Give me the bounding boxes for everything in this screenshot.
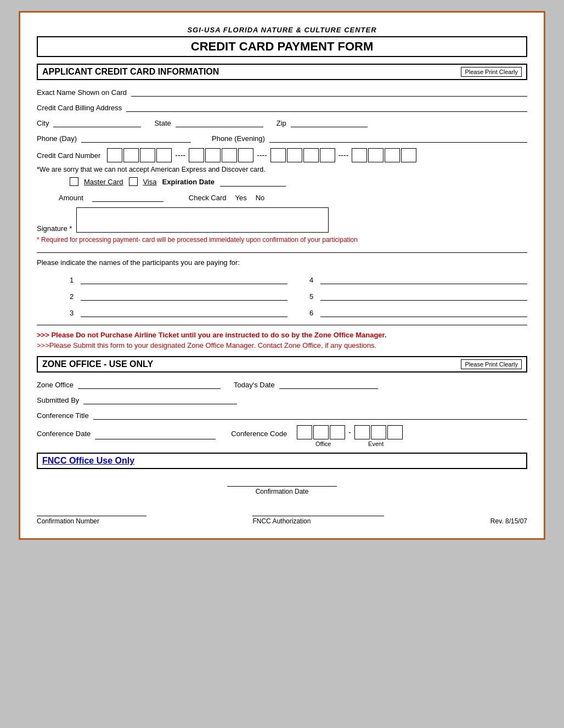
amount-input[interactable] bbox=[92, 192, 163, 202]
cc-box-16[interactable] bbox=[401, 148, 416, 162]
divider-2 bbox=[37, 325, 527, 325]
phone-evening-label: Phone (Evening) bbox=[212, 134, 265, 143]
warning-text-1: >>> Please Do not Purchase Airline Ticke… bbox=[37, 331, 527, 339]
state-input[interactable] bbox=[176, 117, 263, 127]
participant-line-1[interactable] bbox=[81, 274, 287, 284]
conf-office-box-3[interactable] bbox=[330, 425, 345, 439]
cc-group-2 bbox=[189, 148, 253, 162]
signature-label: Signature * bbox=[37, 224, 72, 233]
participant-line-3[interactable] bbox=[81, 307, 287, 317]
yes-label: Yes bbox=[235, 194, 246, 202]
visa-checkbox[interactable] bbox=[129, 177, 138, 186]
conference-date-input[interactable] bbox=[95, 430, 216, 439]
section2-header: ZONE OFFICE - USE ONLY Please Print Clea… bbox=[37, 356, 527, 373]
zone-office-row: Zone Office Today's Date bbox=[37, 379, 527, 389]
phone-day-label: Phone (Day) bbox=[37, 134, 77, 143]
bottom-row: Confirmation Number FNCC Authorization R… bbox=[37, 506, 527, 525]
cc-box-8[interactable] bbox=[238, 148, 253, 162]
cc-box-7[interactable] bbox=[222, 148, 237, 162]
section1-header: APPLICANT CREDIT CARD INFORMATION Please… bbox=[37, 64, 527, 80]
billing-address-row: Credit Card Billing Address bbox=[37, 102, 527, 112]
todays-date-label: Today's Date bbox=[234, 381, 275, 389]
conference-title-input[interactable] bbox=[93, 410, 527, 420]
cc-group-1 bbox=[107, 148, 172, 162]
conf-code-boxes: - bbox=[297, 425, 403, 439]
participant-5: 5 bbox=[309, 291, 527, 301]
participant-4: 4 bbox=[309, 274, 527, 284]
check-card-label: Check Card bbox=[189, 194, 227, 202]
conf-date-line[interactable] bbox=[227, 477, 337, 487]
card-type-row: Master Card Visa Expiration Date bbox=[70, 177, 527, 187]
fncc-authorization-line[interactable] bbox=[252, 506, 384, 516]
cc-box-3[interactable] bbox=[140, 148, 155, 162]
fncc-authorization-item: FNCC Authorization bbox=[252, 506, 384, 525]
zip-input[interactable] bbox=[291, 117, 368, 127]
participants-section: Please indicate the names of the partici… bbox=[37, 258, 527, 317]
cc-dash-2: ---- bbox=[256, 151, 268, 160]
fncc-header: FNCC Office Use Only bbox=[37, 453, 527, 469]
billing-address-input[interactable] bbox=[126, 102, 527, 112]
divider-1 bbox=[37, 252, 527, 253]
conference-title-label: Conference Title bbox=[37, 411, 89, 420]
no-label: No bbox=[256, 194, 265, 202]
section1-title: APPLICANT CREDIT CARD INFORMATION bbox=[42, 67, 219, 77]
phone-evening-input[interactable] bbox=[269, 133, 527, 143]
participant-line-5[interactable] bbox=[320, 291, 527, 301]
fncc-authorization-label: FNCC Authorization bbox=[252, 517, 311, 525]
phone-day-input[interactable] bbox=[81, 133, 191, 143]
conf-date-inner: Confirmation Date bbox=[227, 477, 337, 495]
cc-box-15[interactable] bbox=[385, 148, 400, 162]
conference-date-row: Conference Date Conference Code - Office… bbox=[37, 425, 527, 447]
city-input[interactable] bbox=[53, 117, 141, 127]
form-page: SGI-USA FLORIDA NATURE & CULTURE CENTER … bbox=[19, 11, 545, 540]
participant-line-2[interactable] bbox=[81, 291, 287, 301]
warning-text-2: >>>Please Submit this form to your desig… bbox=[37, 341, 527, 349]
cc-box-4[interactable] bbox=[156, 148, 172, 162]
conf-event-box-1[interactable] bbox=[354, 425, 370, 439]
cc-group-3 bbox=[270, 148, 335, 162]
zone-office-label: Zone Office bbox=[37, 381, 74, 389]
cc-dash-3: ---- bbox=[337, 151, 350, 160]
participant-2: 2 bbox=[70, 291, 287, 301]
todays-date-input[interactable] bbox=[279, 379, 378, 389]
rev-label: Rev. 8/15/07 bbox=[490, 517, 527, 525]
cc-box-1[interactable] bbox=[107, 148, 122, 162]
cc-box-6[interactable] bbox=[205, 148, 221, 162]
phone-row: Phone (Day) Phone (Evening) bbox=[37, 133, 527, 143]
submitted-by-row: Submitted By bbox=[37, 394, 527, 404]
cc-box-11[interactable] bbox=[303, 148, 319, 162]
conf-event-box-2[interactable] bbox=[371, 425, 386, 439]
cc-box-5[interactable] bbox=[189, 148, 204, 162]
participant-line-4[interactable] bbox=[320, 274, 527, 284]
conf-code-dash: - bbox=[346, 428, 353, 437]
expiration-label: Expiration Date bbox=[162, 178, 215, 186]
cc-box-14[interactable] bbox=[368, 148, 383, 162]
participant-1: 1 bbox=[70, 274, 287, 284]
cc-box-12[interactable] bbox=[320, 148, 335, 162]
signature-input[interactable] bbox=[76, 207, 329, 233]
submitted-by-input[interactable] bbox=[83, 394, 237, 404]
conf-office-box-1[interactable] bbox=[297, 425, 312, 439]
billing-address-label: Credit Card Billing Address bbox=[37, 104, 122, 112]
confirmation-number-label: Confirmation Number bbox=[37, 517, 99, 525]
cc-box-10[interactable] bbox=[287, 148, 302, 162]
zip-label: Zip bbox=[277, 119, 286, 127]
conf-date-label: Confirmation Date bbox=[227, 488, 337, 495]
expiration-input[interactable] bbox=[220, 177, 286, 187]
participant-6: 6 bbox=[309, 307, 527, 317]
participant-num-4: 4 bbox=[309, 276, 317, 284]
amount-label: Amount bbox=[59, 194, 83, 202]
confirmation-number-item: Confirmation Number bbox=[37, 506, 146, 525]
zone-office-input[interactable] bbox=[78, 379, 221, 389]
conference-title-row: Conference Title bbox=[37, 410, 527, 420]
mastercard-checkbox[interactable] bbox=[70, 177, 78, 186]
cc-box-13[interactable] bbox=[352, 148, 367, 162]
cc-box-2[interactable] bbox=[123, 148, 139, 162]
cc-box-9[interactable] bbox=[270, 148, 286, 162]
exact-name-input[interactable] bbox=[131, 87, 527, 97]
participant-line-6[interactable] bbox=[320, 307, 527, 317]
conf-office-box-2[interactable] bbox=[313, 425, 329, 439]
conf-event-box-3[interactable] bbox=[387, 425, 403, 439]
conf-code-labels: Office Event bbox=[297, 441, 402, 447]
confirmation-number-line[interactable] bbox=[37, 506, 146, 516]
